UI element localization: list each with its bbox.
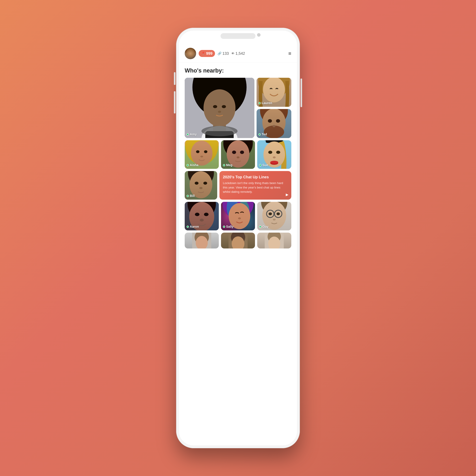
sue-name: Sue <box>262 163 268 167</box>
phone-screen: 📍 999 🔗 133 👁 1,542 ≡ Who's nearby: <box>179 31 297 445</box>
person-card-bill[interactable]: Bill <box>185 171 217 200</box>
grid-row-4: Aaron <box>185 202 291 230</box>
lauren-name-badge: Lauren <box>258 101 272 105</box>
bill-name-badge: Bill <box>187 194 195 198</box>
aaron-name-badge: Aaron <box>187 225 199 228</box>
ted-online-dot <box>258 133 261 136</box>
aaron-name: Aaron <box>190 225 199 228</box>
grid-row-2: Aisha <box>185 140 291 169</box>
svg-point-9 <box>218 111 221 113</box>
person-card-partial-1[interactable] <box>185 233 219 249</box>
promo-body: Lockdown isn't the only thing thats been… <box>223 181 288 194</box>
nearby-grid: Amy <box>185 78 291 249</box>
person-card-lauren[interactable]: Lauren <box>256 78 291 107</box>
filter-icon-glyph: ≡ <box>288 51 291 56</box>
sue-name-badge: Sue <box>259 163 268 167</box>
person-card-partial-3[interactable] <box>257 233 291 249</box>
sally-name-badge: Sally <box>223 225 234 228</box>
power-button[interactable] <box>301 79 302 107</box>
amy-name: Amy <box>190 133 197 136</box>
location-badge[interactable]: 📍 999 <box>199 50 215 57</box>
user-avatar[interactable] <box>185 48 196 59</box>
amy-online-dot <box>187 133 189 136</box>
guy-online-dot <box>259 226 261 228</box>
views-badge[interactable]: 👁 1,542 <box>231 51 245 56</box>
person-card-aisha[interactable]: Aisha <box>185 140 219 169</box>
grid-row-5 <box>185 233 291 249</box>
filter-button[interactable]: ≡ <box>288 51 291 56</box>
svg-point-6 <box>202 126 238 136</box>
promo-card[interactable]: 2020's Top Chat Up Lines Lockdown isn't … <box>220 171 291 200</box>
person-card-partial-2[interactable] <box>221 233 255 249</box>
section-title: Who's nearby: <box>185 67 291 74</box>
volume-up-button[interactable] <box>174 72 175 85</box>
views-count: 1,542 <box>236 51 245 56</box>
notch <box>221 33 255 39</box>
person-card-meg[interactable]: Meg <box>221 140 255 169</box>
ted-name-badge: Ted <box>258 133 267 136</box>
lauren-online-dot <box>258 102 261 104</box>
meg-name: Meg <box>226 163 232 167</box>
person-card-sue[interactable]: Sue <box>257 140 291 169</box>
meg-name-badge: Meg <box>223 163 232 167</box>
promo-title: 2020's Top Chat Up Lines <box>223 175 288 179</box>
guy-name: Guy <box>262 225 269 228</box>
promo-play-button[interactable]: ▶ <box>286 193 289 197</box>
bill-online-dot <box>187 195 189 197</box>
front-camera <box>257 33 260 37</box>
bill-name: Bill <box>190 194 195 198</box>
hooks-icon: 🔗 <box>218 51 221 55</box>
aisha-online-dot <box>187 164 189 166</box>
aisha-name: Aisha <box>190 163 198 167</box>
person-card-aaron[interactable]: Aaron <box>185 202 219 230</box>
location-count: 999 <box>206 51 212 56</box>
svg-point-8 <box>222 105 226 108</box>
person-card-amy[interactable]: Amy <box>185 78 254 138</box>
grid-row-3: Bill 2020's Top Chat Up Lines Lockdown i… <box>185 171 291 200</box>
location-icon: 📍 <box>201 51 205 55</box>
aisha-name-badge: Aisha <box>187 163 198 167</box>
ted-name: Ted <box>262 133 267 136</box>
grid-row-1: Amy <box>185 78 291 138</box>
sally-name: Sally <box>226 225 234 228</box>
views-icon: 👁 <box>231 52 235 55</box>
hooks-count: 133 <box>222 51 229 56</box>
meg-online-dot <box>223 164 225 166</box>
amy-name-badge: Amy <box>187 133 197 136</box>
phone-shell: 📍 999 🔗 133 👁 1,542 ≡ Who's nearby: <box>176 28 300 448</box>
aaron-online-dot <box>187 226 189 228</box>
person-card-guy[interactable]: Guy <box>257 202 291 230</box>
sally-online-dot <box>223 226 225 228</box>
guy-name-badge: Guy <box>259 225 269 228</box>
promo-content: 2020's Top Chat Up Lines Lockdown isn't … <box>223 175 288 194</box>
hooks-badge[interactable]: 🔗 133 <box>218 51 229 56</box>
volume-down-button[interactable] <box>174 91 175 113</box>
lauren-name: Lauren <box>262 101 272 105</box>
svg-point-7 <box>213 105 217 108</box>
sue-online-dot <box>259 164 261 166</box>
app-header: 📍 999 🔗 133 👁 1,542 ≡ <box>179 43 297 63</box>
person-card-sally[interactable]: Sally <box>221 202 255 230</box>
right-column: Lauren <box>256 78 291 138</box>
notch-area <box>179 31 297 43</box>
main-content: Who's nearby: <box>179 63 297 445</box>
person-card-ted[interactable]: Ted <box>256 109 291 138</box>
